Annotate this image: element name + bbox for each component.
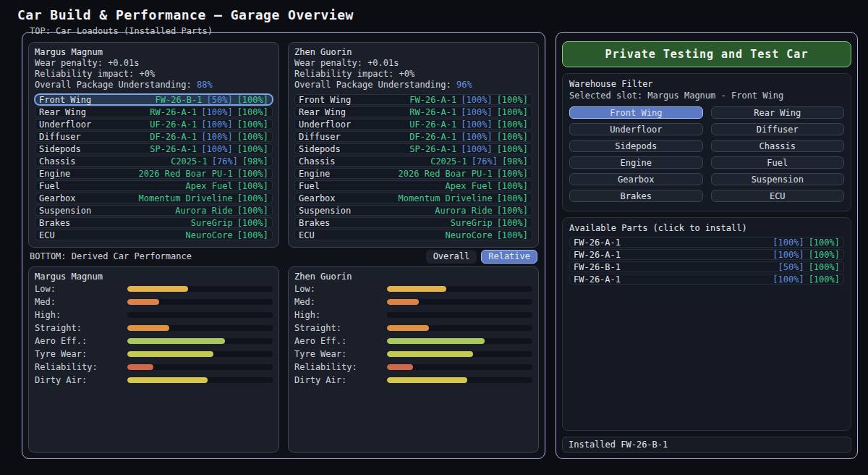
view-toggle-overall-button[interactable]: Overall xyxy=(426,250,477,264)
loadout-row[interactable]: ChassisC2025-1[76%][98%] xyxy=(35,156,273,167)
available-part-row[interactable]: FW-26-A-1[100%][100%] xyxy=(569,249,844,260)
performance-bars: Low:Med:High:Straight:Aero Eff.:Tyre Wea… xyxy=(35,282,273,387)
slot-label: Diffuser xyxy=(39,132,81,142)
filter-fuel-button[interactable]: Fuel xyxy=(711,156,845,169)
part-values: [100%][100%] xyxy=(773,274,840,285)
loadout-row[interactable]: Front WingFW-26-A-1[100%][100%] xyxy=(294,94,532,105)
available-part-row[interactable]: FW-26-B-1[50%][100%] xyxy=(569,261,844,272)
loadout-row[interactable]: GearboxMomentum Driveline[100%] xyxy=(35,193,273,203)
condition-pct: [100%] xyxy=(809,250,840,260)
loadout-row[interactable]: SidepodsSP-26-A-1[100%][100%] xyxy=(294,143,532,154)
available-part-row[interactable]: FW-26-A-1[100%][100%] xyxy=(569,237,844,248)
bar-track xyxy=(387,338,532,344)
loadout-row[interactable]: ECUNeuroCore[100%] xyxy=(35,230,273,240)
loadout-row[interactable]: UnderfloorUF-26-A-1[100%][100%] xyxy=(294,119,532,130)
part-code: Apex Fuel xyxy=(186,181,233,191)
condition-pct: [100%] xyxy=(809,238,840,248)
filter-diffuser-button[interactable]: Diffuser xyxy=(711,123,845,135)
bar-track xyxy=(387,312,532,318)
view-toggle-relative-button[interactable]: Relative xyxy=(481,250,537,264)
loadout-row[interactable]: DiffuserDF-26-A-1[100%][100%] xyxy=(35,131,273,142)
filter-sidepods-button[interactable]: Sidepods xyxy=(569,140,703,152)
loadout-row[interactable]: SidepodsSP-26-A-1[100%][100%] xyxy=(35,143,273,154)
loadout-row[interactable]: Engine2026 Red Boar PU-1[100%] xyxy=(294,168,532,179)
filter-brakes-button[interactable]: Brakes xyxy=(569,190,703,202)
performance-bar-row: Tyre Wear: xyxy=(294,348,532,361)
slot-values: Aurora Ride[100%] xyxy=(175,206,268,216)
slot-values: DF-26-A-1[100%][100%] xyxy=(409,132,528,142)
part-name: FW-26-A-1 xyxy=(574,274,621,285)
performance-bar-row: Tyre Wear: xyxy=(35,348,273,361)
loadout-row[interactable]: GearboxMomentum Driveline[100%] xyxy=(294,193,532,203)
private-testing-button[interactable]: Private Testing and Test Car xyxy=(562,41,851,67)
loadout-row[interactable]: UnderfloorUF-26-A-1[100%][100%] xyxy=(35,119,273,130)
performance-bar-row: Aero Eff.: xyxy=(294,335,532,348)
driver-name: Zhen Guorin xyxy=(294,47,532,58)
part-code: UF-26-A-1 xyxy=(409,119,456,130)
bar-fill xyxy=(387,377,467,383)
filter-chassis-button[interactable]: Chassis xyxy=(711,140,845,152)
filter-suspension-button[interactable]: Suspension xyxy=(711,173,845,185)
slot-label: Rear Wing xyxy=(39,107,86,117)
bar-track xyxy=(127,377,273,383)
slot-label: Fuel xyxy=(299,181,320,191)
slot-label: ECU xyxy=(299,230,315,240)
loadouts-legend: TOP: Car Loadouts (Installed Parts) xyxy=(30,26,213,36)
slot-label: Gearbox xyxy=(39,193,76,203)
slot-values: SureGrip[100%] xyxy=(191,218,268,228)
knowledge-pct: [76%] xyxy=(472,156,498,167)
condition-pct: [100%] xyxy=(237,169,268,179)
filter-gearbox-button[interactable]: Gearbox xyxy=(569,173,703,185)
bar-label: Low: xyxy=(294,284,387,294)
loadout-row[interactable]: FuelApex Fuel[100%] xyxy=(35,180,273,191)
loadout-row[interactable]: Front WingFW-26-B-1[50%][100%] xyxy=(35,94,273,105)
loadout-row[interactable]: Rear WingRW-26-A-1[100%][100%] xyxy=(35,106,273,117)
loadout-row[interactable]: SuspensionAurora Ride[100%] xyxy=(294,205,532,216)
slot-values: Apex Fuel[100%] xyxy=(446,181,528,191)
performance-bar-row: Dirty Air: xyxy=(294,374,532,387)
condition-pct: [100%] xyxy=(237,206,268,216)
understanding-label: Overall Package Understanding: xyxy=(35,80,197,90)
performance-bar-row: Low: xyxy=(294,282,532,295)
filter-engine-button[interactable]: Engine xyxy=(569,156,703,169)
loadout-row[interactable]: Rear WingRW-26-A-1[100%][100%] xyxy=(294,106,532,117)
loadout-row[interactable]: ChassisC2025-1[76%][98%] xyxy=(294,156,532,167)
filter-rear-wing-button[interactable]: Rear Wing xyxy=(711,106,845,119)
part-code: RW-26-A-1 xyxy=(150,107,197,117)
available-parts-list: FW-26-A-1[100%][100%]FW-26-A-1[100%][100… xyxy=(569,237,844,286)
part-code: SP-26-A-1 xyxy=(150,144,197,154)
loadout-row[interactable]: SuspensionAurora Ride[100%] xyxy=(35,205,273,216)
bar-track xyxy=(127,312,273,318)
part-name: FW-26-A-1 xyxy=(574,238,621,248)
loadout-row[interactable]: FuelApex Fuel[100%] xyxy=(294,180,532,191)
part-code: NeuroCore xyxy=(446,230,493,240)
available-part-row[interactable]: FW-26-A-1[100%][100%] xyxy=(569,274,844,285)
bar-fill xyxy=(387,325,429,331)
loadouts-performance-panel: TOP: Car Loadouts (Installed Parts) Marg… xyxy=(22,32,545,459)
slot-values: NeuroCore[100%] xyxy=(186,230,268,240)
loadout-row[interactable]: Engine2026 Red Boar PU-1[100%] xyxy=(35,168,273,179)
loadout-row[interactable]: ECUNeuroCore[100%] xyxy=(294,230,532,240)
loadout-card-zhen: Zhen Guorin Wear penalty: +0.01s Reliabi… xyxy=(288,42,539,248)
performance-bar-row: Low: xyxy=(35,282,273,295)
loadout-row[interactable]: DiffuserDF-26-A-1[100%][100%] xyxy=(294,131,532,142)
knowledge-pct: [50%] xyxy=(207,95,233,105)
filter-underfloor-button[interactable]: Underfloor xyxy=(569,123,703,135)
performance-bar-row: Med: xyxy=(35,295,273,308)
loadout-row[interactable]: BrakesSureGrip[100%] xyxy=(35,217,273,228)
driver-name: Margus Magnum xyxy=(35,47,273,58)
filter-ecu-button[interactable]: ECU xyxy=(711,190,845,202)
slot-label: Engine xyxy=(299,169,330,179)
knowledge-pct: [100%] xyxy=(461,107,492,117)
bar-label: Med: xyxy=(35,297,127,307)
slot-label: Chassis xyxy=(39,156,76,167)
loadout-grid: Margus Magnum Wear penalty: +0.01s Relia… xyxy=(28,42,539,248)
loadout-row[interactable]: BrakesSureGrip[100%] xyxy=(294,217,532,228)
knowledge-pct: [100%] xyxy=(773,250,804,260)
part-code: Momentum Driveline xyxy=(399,193,493,203)
filter-front-wing-button[interactable]: Front Wing xyxy=(569,106,703,119)
part-code: UF-26-A-1 xyxy=(150,119,197,130)
performance-card-zhen: Zhen Guorin Low:Med:High:Straight:Aero E… xyxy=(288,266,539,453)
performance-bar-row: High: xyxy=(294,308,532,321)
condition-pct: [100%] xyxy=(809,274,840,285)
